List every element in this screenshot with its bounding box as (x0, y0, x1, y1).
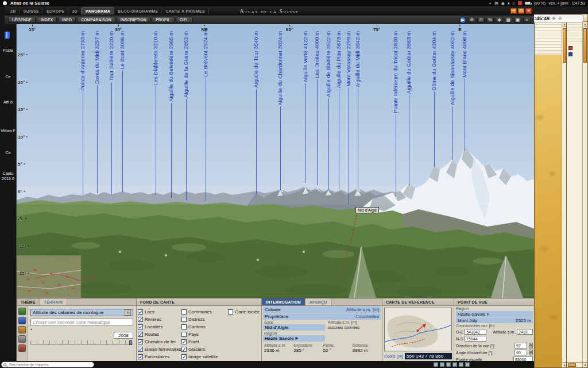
layer-toggle-gares-ferroviaires[interactable]: ✓Gares ferroviaires (138, 346, 180, 352)
second-theme-select[interactable]: Choisir une seconde carte thématique (30, 319, 133, 326)
desktop-file-icon[interactable] (5, 32, 10, 39)
layer-toggle-districts[interactable]: Districts (181, 316, 227, 323)
background-window-2[interactable]: ▲ ▼ (566, 14, 588, 368)
tab-terrain[interactable]: TERRAIN (40, 298, 68, 305)
home-menu-icon[interactable]: ⌂ (513, 1, 515, 5)
theme-select[interactable]: Altitude des cabanes de montagne × (30, 309, 133, 316)
zoom-percent-icon[interactable]: % (486, 17, 494, 23)
checkbox[interactable]: ✓ (138, 317, 143, 322)
pan-icon[interactable]: ◈ (496, 17, 503, 23)
scroll-up-icon[interactable]: ▲ (583, 22, 587, 27)
layer-toggle-funiculaires[interactable]: ✓Funiculaires (138, 353, 180, 360)
volume-menu-icon[interactable]: ▤ (494, 1, 498, 5)
info-icon[interactable] (568, 52, 572, 56)
minimize-button[interactable]: − (510, 8, 517, 14)
layer-toggle-glaciers[interactable]: ✓Glaciers (181, 346, 227, 352)
tab-theme[interactable]: THÈME (17, 298, 40, 305)
checkbox[interactable] (228, 309, 233, 315)
clear-theme-button[interactable]: × (125, 309, 131, 316)
checkbox[interactable]: ✓ (138, 347, 143, 352)
airport-menu-icon[interactable]: ◉ (501, 1, 505, 5)
search-input[interactable] (9, 362, 90, 367)
checkbox[interactable]: ✓ (181, 339, 187, 344)
status-icon[interactable] (440, 362, 444, 367)
zoom-out-icon[interactable]: ⊖ (477, 17, 485, 23)
year-slider-thumb[interactable] (129, 340, 132, 345)
checkbox[interactable]: ✓ (138, 339, 143, 344)
window2-content[interactable] (567, 22, 582, 362)
close-button[interactable]: × (525, 8, 532, 14)
chart-icon[interactable] (18, 326, 26, 334)
theme-search[interactable] (1, 362, 94, 367)
toolbar-button-ciel[interactable]: CIEL (176, 17, 193, 23)
toolbar-button-info[interactable]: INFO (58, 17, 76, 23)
status-icon[interactable] (452, 362, 457, 367)
window2-hscrollbar[interactable] (567, 362, 582, 367)
menubar-clock[interactable]: 1:47:53 (572, 1, 585, 5)
menubar-app-name[interactable]: Atlas de la Suisse (10, 1, 49, 6)
window2-hscroll-thumb[interactable] (568, 363, 576, 367)
layer-toggle-image-satellite[interactable]: ✓Image satellite (181, 353, 227, 360)
app-tab-3d[interactable]: 3D (68, 8, 82, 14)
background-window-1[interactable]: ▲ ▼ (534, 14, 567, 368)
app-tab-panorama[interactable]: PANORAMA (82, 7, 114, 14)
desktop-icon-label[interactable]: Ce (1, 75, 16, 79)
desktop-icon-label[interactable]: Ca (1, 151, 16, 155)
play-button[interactable]: ▶ (459, 17, 466, 24)
checkbox[interactable] (181, 309, 187, 315)
desktop-icon-label[interactable]: 2013-0 (1, 177, 16, 181)
status-icon[interactable] (465, 362, 470, 367)
status-icon[interactable] (459, 362, 463, 367)
window1-content[interactable] (535, 55, 562, 367)
desktop-icon-label[interactable]: VMwa F (1, 129, 16, 133)
layer-toggle-localit-s[interactable]: ✓Localités (138, 323, 180, 330)
timer-zoom-in-icon[interactable]: ⊕ (552, 16, 556, 21)
timer-zoom-out-icon[interactable]: ⊖ (558, 16, 562, 21)
maximize-button[interactable]: □ (518, 8, 524, 14)
sync-menu-icon[interactable]: ♦ (508, 1, 510, 5)
keyboard-layout-icon[interactable] (518, 1, 522, 5)
angle-stepper[interactable]: ▲▼ (529, 350, 533, 355)
layer-toggle-chemins-de-fer[interactable]: ✓Chemins de fer (138, 338, 180, 345)
reference-map[interactable] (384, 308, 452, 351)
grid-icon[interactable]: ▦ (505, 17, 512, 23)
app-tab-2d[interactable]: 2D (7, 8, 20, 14)
direction-input[interactable] (514, 343, 527, 348)
angle-input[interactable] (514, 350, 527, 355)
desktop-icon-label[interactable]: Captu (1, 171, 16, 175)
layout-icon[interactable]: ▣ (514, 17, 521, 23)
layer-toggle-communes[interactable]: Communes (181, 308, 227, 315)
menubar-date[interactable]: ven. 4 janv. (548, 1, 568, 5)
layer-toggle-rivi-res[interactable]: ✓Rivières (138, 316, 180, 323)
window2-scroll-thumb[interactable] (583, 28, 587, 63)
checkbox[interactable] (181, 332, 187, 337)
status-icon[interactable] (446, 362, 451, 367)
display-menu-icon[interactable]: ◐ (489, 1, 492, 5)
app-tab-carte-a-prismes[interactable]: CARTE A PRISMES (162, 8, 209, 14)
app-tab-suisse[interactable]: SUISSE (20, 8, 43, 14)
collapse-arrow-icon[interactable]: ▴ (30, 327, 133, 331)
window1-list[interactable] (535, 22, 562, 55)
close-view-icon[interactable]: × (523, 17, 531, 23)
globe-icon[interactable] (18, 317, 26, 324)
checkbox[interactable] (181, 324, 187, 329)
layer-toggle-lacs[interactable]: ✓Lacs (138, 308, 180, 315)
app-tab-europe[interactable]: EUROPE (43, 8, 68, 14)
layer-toggle-pays[interactable]: Pays (181, 331, 227, 338)
ns-input[interactable] (465, 336, 486, 342)
checkbox[interactable]: ✓ (138, 309, 143, 315)
checkbox[interactable]: ✓ (181, 347, 187, 352)
checkbox[interactable]: ✓ (138, 354, 143, 359)
oe-input[interactable] (465, 329, 486, 335)
stop-icon[interactable] (568, 46, 572, 50)
status-icon[interactable] (434, 362, 438, 367)
tab-interrogation[interactable]: INTERROGATION (262, 298, 305, 305)
direction-stepper[interactable]: ▲▼ (529, 343, 533, 348)
altitude-input[interactable] (517, 329, 533, 335)
panorama-view[interactable]: Nid d'Aigle 15°30°NE60°75°E25°20°15°10°5… (17, 24, 535, 298)
window2-scrollbar[interactable]: ▲ ▼ (582, 22, 587, 367)
checkbox[interactable]: ✓ (138, 332, 143, 337)
toolbar-button-profil[interactable]: PROFIL (152, 17, 175, 23)
layer-toggle-for-t[interactable]: ✓Forêt (181, 338, 227, 345)
zoom-in-icon[interactable]: ⊕ (468, 17, 475, 23)
